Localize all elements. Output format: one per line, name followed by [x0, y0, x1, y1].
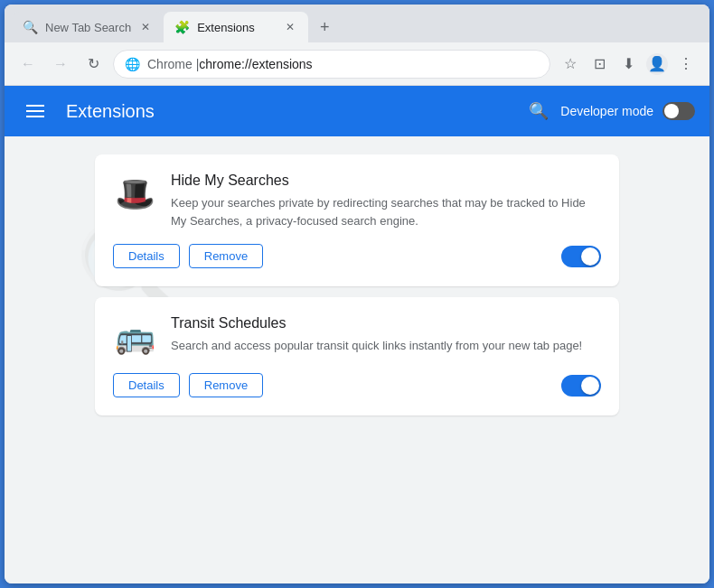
menu-icon[interactable]: ⋮ [673, 51, 699, 77]
tab-bar: 🔍 New Tab Search ✕ 🧩 Extensions ✕ + [5, 5, 709, 42]
refresh-button[interactable]: ↻ [80, 51, 106, 77]
ext-2-name: Transit Schedules [171, 315, 601, 331]
extensions-header: Extensions 🔍 Developer mode [5, 86, 709, 136]
capture-icon[interactable]: ⊡ [587, 51, 612, 77]
hamburger-line-1 [26, 105, 44, 107]
new-tab-button[interactable]: + [312, 14, 337, 40]
address-bar: ← → ↻ 🌐 Chrome | chrome://extensions ☆ ⊡… [5, 42, 709, 86]
dev-mode-label: Developer mode [560, 104, 653, 118]
ext-2-info: Transit Schedules Search and access popu… [171, 315, 601, 355]
hamburger-line-3 [26, 116, 44, 117]
omnibox[interactable]: 🌐 Chrome | chrome://extensions [113, 50, 550, 79]
ext-card-hide-my-searches: 🎩 Hide My Searches Keep your searches pr… [95, 154, 619, 286]
download-icon[interactable]: ⬇ [615, 51, 641, 77]
tab-extensions[interactable]: 🧩 Extensions ✕ [164, 12, 308, 42]
ext-2-toggle-thumb [581, 377, 599, 395]
profile-icon[interactable]: 👤 [644, 51, 670, 77]
ext-1-footer: Details Remove [113, 244, 601, 268]
tab-1-title: New Tab Search [45, 21, 131, 34]
extensions-search-icon[interactable]: 🔍 [526, 98, 551, 124]
ext-1-name: Hide My Searches [171, 173, 601, 189]
tab-new-tab-search[interactable]: 🔍 New Tab Search ✕ [12, 12, 164, 42]
omnibox-text: Chrome | chrome://extensions [147, 57, 313, 71]
tab-2-title: Extensions [197, 21, 276, 34]
ext-card-1-header: 🎩 Hide My Searches Keep your searches pr… [113, 173, 601, 229]
ext-1-info: Hide My Searches Keep your searches priv… [171, 173, 601, 229]
tab-1-close[interactable]: ✕ [138, 20, 153, 34]
ext-1-details-button[interactable]: Details [113, 244, 180, 268]
ext-1-icon: 🎩 [113, 173, 156, 216]
tab-ext-icon: 🧩 [174, 20, 190, 34]
hamburger-line-2 [26, 110, 44, 112]
bookmark-icon[interactable]: ☆ [558, 51, 583, 77]
extensions-content: 🔍 FISHROM 🎩 Hide My Searches Keep your s… [5, 136, 709, 583]
forward-button[interactable]: → [48, 51, 73, 77]
address-actions: ☆ ⊡ ⬇ 👤 ⋮ [558, 51, 699, 77]
ext-2-footer: Details Remove [113, 373, 601, 397]
ext-2-toggle[interactable] [561, 375, 601, 397]
extensions-header-title: Extensions [66, 101, 526, 122]
omnibox-chrome-icon: 🌐 [125, 57, 140, 71]
tab-2-close[interactable]: ✕ [283, 20, 297, 34]
back-button[interactable]: ← [15, 51, 41, 77]
toggle-thumb [664, 104, 679, 118]
ext-1-description: Keep your searches private by redirectin… [171, 194, 601, 229]
ext-1-remove-button[interactable]: Remove [189, 244, 263, 268]
omnibox-domain: Chrome | [147, 57, 199, 71]
ext-card-transit-schedules: 🚌 Transit Schedules Search and access po… [95, 297, 619, 415]
developer-mode-area: 🔍 Developer mode [526, 98, 695, 124]
tab-search-icon: 🔍 [23, 20, 38, 34]
ext-2-details-button[interactable]: Details [113, 373, 180, 397]
ext-2-description: Search and access popular transit quick … [171, 337, 601, 355]
dev-mode-toggle[interactable] [662, 102, 695, 120]
ext-card-2-header: 🚌 Transit Schedules Search and access po… [113, 315, 601, 359]
ext-1-toggle-thumb [581, 247, 599, 266]
browser-window: 🔍 New Tab Search ✕ 🧩 Extensions ✕ + ← → … [5, 5, 709, 583]
omnibox-url: chrome://extensions [199, 57, 312, 71]
avatar: 👤 [646, 53, 668, 75]
ext-2-icon: 🚌 [113, 315, 156, 359]
ext-2-remove-button[interactable]: Remove [189, 373, 263, 397]
ext-1-toggle[interactable] [561, 246, 601, 267]
hamburger-button[interactable] [19, 98, 52, 125]
